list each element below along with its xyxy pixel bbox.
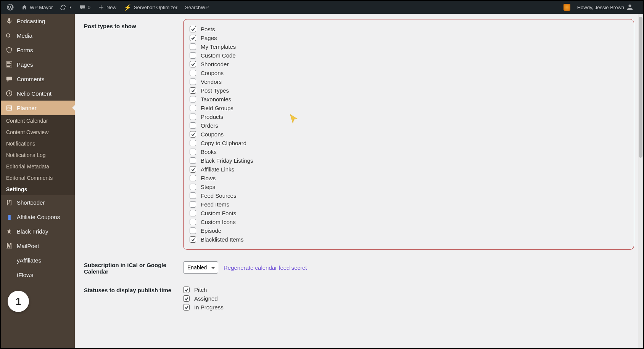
shortcoder-icon: [/] [5, 199, 13, 206]
post-type-checkbox[interactable] [190, 35, 196, 41]
sidebar-item-mailpoet[interactable]: MMailPoet [1, 239, 75, 253]
submenu-content-calendar[interactable]: Content Calendar [1, 115, 75, 126]
scrollbar[interactable] [638, 14, 643, 348]
post-type-checkbox[interactable] [190, 149, 196, 155]
sidebar-item-affiliates[interactable]: yAffiliates [1, 253, 75, 267]
searchwp-link[interactable]: SearchWP [182, 1, 212, 14]
post-type-checkbox[interactable] [190, 201, 196, 208]
post-type-row: Affiliate Links [190, 165, 628, 174]
mic-icon [5, 17, 13, 25]
svg-rect-4 [8, 108, 8, 109]
post-type-checkbox[interactable] [190, 78, 196, 85]
howdy-text: Howdy, Jessie Brown [577, 5, 624, 10]
sidebar-item-label: tFlows [17, 272, 33, 278]
submenu-editorial-metadata[interactable]: Editorial Metadata [1, 161, 75, 172]
post-type-checkbox[interactable] [190, 52, 196, 59]
post-type-row: Field Groups [190, 104, 628, 112]
my-account-link[interactable]: Howdy, Jessie Brown [574, 1, 636, 14]
post-type-row: Episode [190, 226, 628, 235]
clock-icon [5, 90, 13, 97]
sidebar-item-flows[interactable]: tFlows [1, 267, 75, 282]
post-type-checkbox[interactable] [190, 175, 196, 181]
affiliates-icon [5, 256, 13, 264]
post-type-checkbox[interactable] [190, 43, 196, 50]
submenu-settings[interactable]: Settings [1, 184, 75, 195]
sidebar-item-comments[interactable]: Comments [1, 72, 75, 86]
submenu-notifications[interactable]: Notifications [1, 138, 75, 149]
status-checkbox[interactable] [183, 304, 190, 311]
post-type-label: Orders [201, 122, 218, 129]
sidebar-item-label: yAffiliates [17, 257, 41, 264]
post-type-label: Steps [201, 184, 215, 190]
post-type-checkbox[interactable] [190, 105, 196, 111]
servebolt-link[interactable]: ⚡ Servebolt Optimizer [121, 1, 180, 14]
status-checkbox[interactable] [183, 287, 190, 293]
submenu-editorial-comments[interactable]: Editorial Comments [1, 172, 75, 184]
post-type-label: Field Groups [201, 105, 233, 111]
sidebar-item-podcasting[interactable]: Podcasting [1, 14, 75, 28]
status-row: In Progress [183, 303, 634, 312]
sidebar-submenu: Content Calendar Content Overview Notifi… [1, 115, 75, 195]
post-type-label: Feed Sources [201, 192, 236, 199]
comments-count: 0 [88, 5, 90, 10]
post-type-label: Episode [201, 227, 221, 234]
regenerate-link[interactable]: Regenerate calendar feed secret [224, 264, 307, 271]
comments-link[interactable]: 0 [76, 1, 93, 14]
sidebar-item-black-friday[interactable]: Black Friday [1, 224, 75, 239]
post-type-checkbox[interactable] [190, 114, 196, 120]
post-type-checkbox[interactable] [190, 227, 196, 234]
post-type-checkbox[interactable] [190, 157, 196, 164]
post-type-row: Taxonomies [190, 95, 628, 104]
status-checkbox[interactable] [183, 295, 190, 302]
calendar-icon [5, 104, 13, 112]
post-type-checkbox[interactable] [190, 26, 196, 32]
media-icon [5, 32, 13, 39]
post-type-checkbox[interactable] [190, 131, 196, 138]
post-type-checkbox[interactable] [190, 61, 196, 67]
post-type-row: Post Types [190, 86, 628, 95]
post-type-row: Steps [190, 183, 628, 191]
post-type-checkbox[interactable] [190, 122, 196, 129]
sidebar-item-label: Nelio Content [17, 90, 52, 97]
sidebar-item-media[interactable]: Media [1, 28, 75, 43]
sidebar-item-forms[interactable]: Forms [1, 43, 75, 57]
wp-logo[interactable] [4, 1, 17, 14]
post-type-checkbox[interactable] [190, 192, 196, 199]
site-name-link[interactable]: WP Mayor [18, 1, 56, 14]
post-type-label: Products [201, 114, 223, 120]
post-type-label: My Templates [201, 43, 236, 50]
post-type-checkbox[interactable] [190, 219, 196, 225]
subscription-label: Subscription in iCal or Google Calendar [84, 260, 183, 275]
scrollbar-thumb[interactable] [639, 17, 642, 158]
settings-content: Post types to show PostsPagesMy Template… [75, 14, 643, 348]
post-type-checkbox[interactable] [190, 96, 196, 102]
submenu-content-overview[interactable]: Content Overview [1, 126, 75, 138]
pin-icon [5, 227, 13, 235]
new-content-link[interactable]: New [95, 1, 119, 14]
sidebar-item-label: Shortcoder [17, 199, 45, 206]
post-type-label: Post Types [201, 87, 229, 94]
sidebar-item-label: Planner [17, 105, 37, 111]
notification-avatar-icon[interactable] [564, 4, 570, 11]
pages-icon [5, 61, 13, 68]
post-type-row: Shortcoder [190, 60, 628, 69]
post-type-checkbox[interactable] [190, 210, 196, 216]
post-type-checkbox[interactable] [190, 236, 196, 243]
updates-link[interactable]: 7 [57, 1, 74, 14]
site-name: WP Mayor [30, 5, 53, 10]
sidebar-item-affiliate-coupons[interactable]: ▮Affiliate Coupons [1, 210, 75, 224]
post-type-checkbox[interactable] [190, 184, 196, 190]
post-type-checkbox[interactable] [190, 87, 196, 94]
post-type-checkbox[interactable] [190, 70, 196, 76]
new-label: New [106, 5, 116, 10]
post-type-checkbox[interactable] [190, 140, 196, 146]
sidebar-item-planner[interactable]: Planner [1, 101, 75, 115]
subscription-select[interactable]: Enabled [183, 261, 218, 274]
sidebar-item-shortcoder[interactable]: [/]Shortcoder [1, 195, 75, 210]
submenu-notifications-log[interactable]: Notifications Log [1, 149, 75, 161]
sidebar-item-pages[interactable]: Pages [1, 57, 75, 72]
post-type-checkbox[interactable] [190, 166, 196, 173]
post-type-row: Books [190, 147, 628, 156]
sidebar-item-nelio[interactable]: Nelio Content [1, 86, 75, 101]
post-type-row: Feed Sources [190, 191, 628, 200]
